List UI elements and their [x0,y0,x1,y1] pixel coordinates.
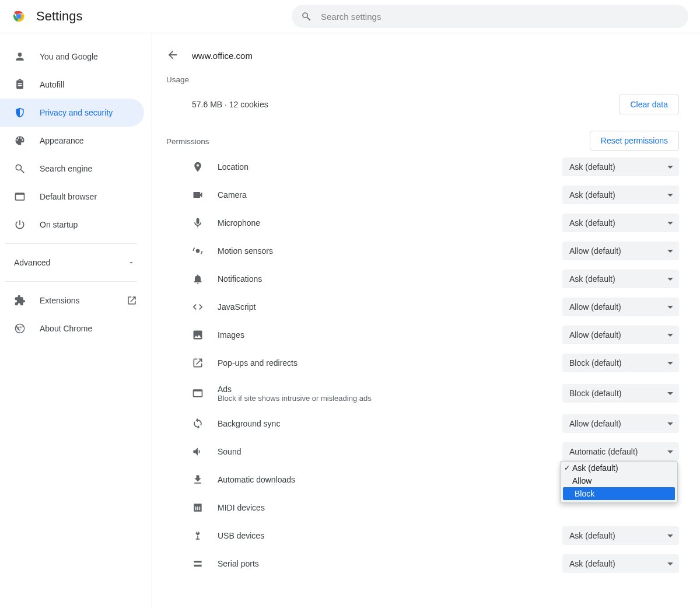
caret-down-icon [667,362,673,365]
permission-value: Ask (default) [569,218,615,228]
permission-select[interactable]: Ask (default) [562,270,679,288]
permission-row: NotificationsAsk (default) [166,265,679,293]
sidebar-item-autofill[interactable]: Autofill [0,71,144,99]
sidebar-item-search-engine[interactable]: Search engine [0,155,144,183]
caret-down-icon [667,278,673,281]
clipboard-icon [14,79,26,90]
sidebar-item-label: Extensions [40,296,113,305]
permission-select[interactable]: Allow (default) [562,242,679,260]
sidebar-item-on-startup[interactable]: On startup [0,211,144,239]
permission-sublabel: Block if site shows intrusive or mislead… [218,394,548,403]
sidebar-divider [5,243,137,244]
permission-label: Pop-ups and redirects [218,358,548,368]
permission-select[interactable]: Ask (default) [562,158,679,176]
shield-icon [14,107,26,118]
permission-select[interactable]: Allow (default) [562,298,679,316]
permission-select[interactable]: Ask (default) [562,554,679,573]
sidebar-divider [5,281,137,282]
site-hostname: www.office.com [192,51,253,61]
sidebar-item-default-browser[interactable]: Default browser [0,183,144,211]
notifications-icon [192,273,204,285]
clear-data-button[interactable]: Clear data [619,95,679,114]
permission-label: Notifications [218,274,548,284]
power-icon [14,219,26,230]
sidebar-item-label: Search engine [40,164,137,173]
permission-value: Allow (default) [569,302,621,312]
permission-label: Ads [218,385,548,394]
search-input[interactable] [321,12,679,22]
caret-down-icon [667,166,673,169]
dropdown-option[interactable]: ✓Ask (default) [561,462,677,474]
caret-down-icon [667,562,673,565]
permission-label: Automatic downloads [218,475,548,484]
permission-row: Motion sensorsAllow (default) [166,237,679,265]
back-button[interactable] [166,48,179,63]
permission-select[interactable]: Automatic (default) [562,442,679,461]
sidebar-item-privacy-security[interactable]: Privacy and security [0,99,144,127]
permission-row: MicrophoneAsk (default) [166,209,679,237]
permission-row: ImagesAllow (default) [166,321,679,349]
permission-label: USB devices [218,531,548,540]
palette-icon [14,135,26,146]
sync-icon [192,418,204,429]
sidebar-item-appearance[interactable]: Appearance [0,127,144,155]
settings-search[interactable] [292,5,688,28]
external-link-icon [127,295,137,306]
caret-down-icon [667,534,673,537]
permission-row: LocationAsk (default) [166,153,679,181]
caret-down-icon [667,422,673,425]
caret-down-icon [667,450,673,453]
permission-label: MIDI devices [218,503,548,512]
permission-label: Location [218,162,548,172]
permission-value: Block (default) [569,389,621,398]
permission-label: Serial ports [218,559,548,568]
permission-value: Allow (default) [569,330,621,340]
extension-icon [14,295,26,306]
permission-label: Images [218,330,548,340]
ad-icon [192,387,204,399]
sidebar-item-label: Privacy and security [40,108,137,117]
browser-icon [14,191,26,202]
permission-value: Automatic (default) [569,447,638,456]
person-icon [14,51,26,62]
dropdown-option[interactable]: Allow [561,474,677,487]
permission-row: CameraAsk (default) [166,181,679,209]
reset-permissions-button[interactable]: Reset permissions [590,131,679,151]
sidebar-advanced-toggle[interactable]: Advanced [0,249,151,277]
permission-select[interactable]: Allow (default) [562,326,679,344]
permission-select[interactable]: Ask (default) [562,526,679,545]
sidebar-item-label: On startup [40,220,137,229]
dropdown-option[interactable]: Block [563,487,675,500]
permission-select[interactable]: Ask (default) [562,214,679,232]
sidebar-item-you-and-google[interactable]: You and Google [0,43,144,71]
sidebar-item-label: Default browser [40,192,137,201]
camera-icon [192,189,204,201]
permission-row: AdsBlock if site shows intrusive or misl… [166,377,679,410]
permission-select[interactable]: Block (default) [562,384,679,403]
sidebar-item-extensions[interactable]: Extensions [0,286,144,315]
image-icon [192,329,204,341]
checkmark-icon: ✓ [564,464,572,472]
code-icon [192,301,204,313]
caret-down-icon [667,194,673,197]
permission-value: Block (default) [569,358,621,368]
sidebar-item-label: You and Google [40,52,137,61]
permission-value: Ask (default) [569,559,615,568]
settings-header: Settings [0,0,700,33]
permission-select[interactable]: Ask (default) [562,186,679,204]
permission-dropdown[interactable]: ✓Ask (default)AllowBlock [560,461,678,503]
permission-select[interactable]: Block (default) [562,354,679,372]
permission-value: Ask (default) [569,274,615,284]
sidebar-item-label: Autofill [40,80,137,89]
permission-value: Ask (default) [569,190,615,200]
sidebar-item-label: About Chrome [40,324,137,333]
permission-row: Serial portsAsk (default) [166,550,679,578]
permission-select[interactable]: Allow (default) [562,414,679,433]
permissions-heading: Permissions [166,137,209,146]
page-title: Settings [36,9,83,24]
usb-icon [192,530,204,541]
svg-point-3 [17,15,21,19]
caret-down-icon [667,334,673,337]
sidebar-item-about-chrome[interactable]: About Chrome [0,315,144,343]
permission-label: Motion sensors [218,246,548,256]
